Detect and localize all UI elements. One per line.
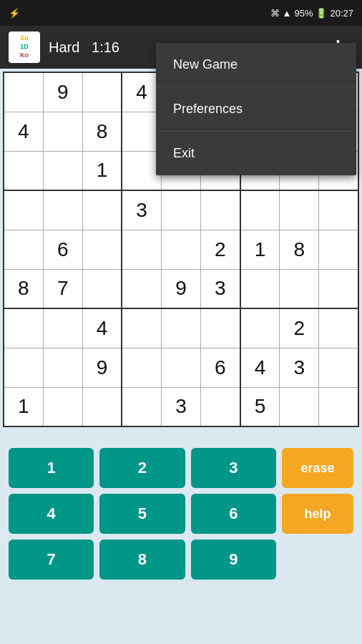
time-display: 20:27 [330, 8, 353, 19]
battery-icon: 🔋 [315, 8, 327, 19]
menu-item-exit[interactable]: Exit [156, 132, 356, 175]
app-icon: Su1DKo [9, 31, 40, 63]
dropdown-menu: New Game Preferences Exit [156, 43, 356, 175]
status-left: ⚡ [9, 8, 20, 19]
menu-item-new-game[interactable]: New Game [156, 43, 356, 87]
signal-icon: ▲ [283, 8, 292, 19]
status-right: ⌘ ▲ 95% 🔋 20:27 [270, 8, 353, 19]
battery-text: 95% [294, 8, 313, 19]
menu-item-preferences[interactable]: Preferences [156, 87, 356, 132]
timer-display: 1:16 [92, 39, 119, 55]
status-bar: ⚡ ⌘ ▲ 95% 🔋 20:27 [0, 0, 362, 26]
wifi-icon: ⌘ [270, 8, 280, 19]
difficulty-label: Hard [49, 39, 79, 55]
usb-icon: ⚡ [9, 8, 20, 19]
